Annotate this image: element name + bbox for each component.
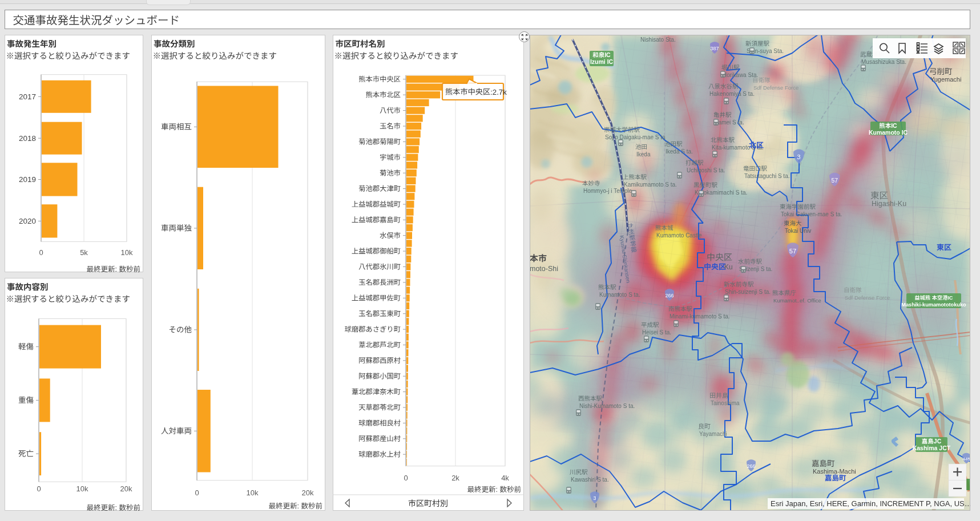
svg-text:Tokai Gakuen-mae S ta.: Tokai Gakuen-mae S ta. (781, 211, 842, 217)
svg-text:Ku: Ku (724, 263, 733, 271)
svg-text:Kumamoto S ta.: Kumamoto S ta. (599, 292, 640, 298)
svg-text:Hakenomiya S ta.: Hakenomiya S ta. (709, 91, 755, 97)
svg-text:Sdf Defense Force: Sdf Defense Force (753, 84, 798, 91)
svg-text:Uchigoshi S ta.: Uchigoshi S ta. (687, 167, 725, 173)
svg-text:Sdf Defense Force: Sdf Defense Force (845, 294, 890, 301)
svg-text:387: 387 (710, 46, 719, 51)
svg-text:Kashima JCT: Kashima JCT (913, 445, 951, 451)
svg-text:Kumamot..ef. Office: Kumamot..ef. Office (773, 297, 821, 304)
svg-text:Izumi IC: Izumi IC (590, 58, 614, 65)
svg-text:0: 0 (195, 488, 199, 497)
svg-text:266: 266 (665, 293, 674, 298)
svg-text:Kumamoto Castle: Kumamoto Castle (656, 232, 702, 239)
svg-text:57: 57 (789, 248, 797, 255)
svg-text:10k: 10k (121, 248, 133, 257)
svg-text::: : (297, 502, 299, 510)
svg-text:10k: 10k (247, 488, 259, 497)
svg-text:Shin-suizenji S ta.: Shin-suizenji S ta. (725, 289, 771, 295)
svg-text:Soj o Daigaku-mae S ta: Soj o Daigaku-mae S ta (605, 134, 666, 140)
svg-text:3: 3 (797, 154, 801, 160)
svg-text:Higashi-Ku: Higashi-Ku (872, 200, 906, 208)
svg-text:Tatsutaguchi S ta.: Tatsutaguchi S ta. (744, 173, 790, 179)
svg-text:266: 266 (747, 463, 755, 469)
svg-text:Minami-kumamoto S ta.: Minami-kumamoto S ta. (670, 313, 730, 320)
svg-text:Yugemachi: Yugemachi (930, 76, 961, 83)
svg-text:0: 0 (404, 474, 408, 482)
svg-text:Esri Japan, Esri, HERE, Garmin: Esri Japan, Esri, HERE, Garmin, INCREMEN… (771, 499, 970, 508)
svg-text:2k: 2k (451, 474, 459, 482)
svg-text:Mashiki-kumamototokuko: Mashiki-kumamototokuko (901, 302, 966, 308)
svg-text:Kumamoto IC: Kumamoto IC (869, 129, 908, 136)
svg-text:20k: 20k (120, 484, 132, 493)
svg-text:57: 57 (831, 177, 838, 184)
svg-text:0: 0 (39, 248, 43, 257)
svg-text:Musashizuka Sta.: Musashizuka Sta. (861, 59, 906, 65)
svg-text:2017: 2017 (19, 92, 36, 101)
svg-text:Horikawa Sta.: Horikawa Sta. (723, 72, 758, 78)
svg-text:Hommyo-j i Temple: Hommyo-j i Temple (583, 188, 632, 194)
svg-text:445: 445 (962, 457, 970, 462)
svg-text:2018: 2018 (19, 134, 36, 143)
svg-text:3: 3 (593, 495, 596, 501)
svg-text:IC: IC (604, 51, 611, 58)
svg-text:Kamikumamoto S ta.: Kamikumamoto S ta. (624, 181, 677, 188)
svg-text:2020: 2020 (19, 217, 36, 225)
svg-text:IC: IC (891, 122, 897, 129)
svg-text:moto-Shi: moto-Shi (530, 265, 558, 273)
svg-text:2019: 2019 (19, 175, 36, 184)
svg-text:Heisei S ta.: Heisei S ta. (642, 329, 671, 336)
svg-text:10k: 10k (76, 484, 88, 493)
svg-text:Tokai Univ: Tokai Univ (785, 228, 811, 234)
svg-text:5k: 5k (80, 248, 88, 257)
svg-text:Nishisato Sta.: Nishisato Sta. (640, 37, 676, 43)
svg-text:Kashima-Machi: Kashima-Machi (813, 468, 856, 475)
svg-text:Ikeda: Ikeda (636, 151, 651, 157)
svg-text:Kamei S ta.: Kamei S ta. (715, 119, 744, 126)
svg-text::2.7k: :2.7k (490, 88, 507, 96)
svg-text:0: 0 (37, 484, 41, 493)
svg-text:JC: JC (934, 438, 942, 445)
svg-text:Kawashiri S ta.: Kawashiri S ta. (571, 476, 609, 483)
svg-text:4k: 4k (501, 474, 509, 482)
svg-text::: : (115, 504, 117, 511)
svg-text:Tainoshima: Tainoshima (711, 400, 740, 406)
svg-text:Yayamachi: Yayamachi (699, 431, 727, 437)
svg-text::: : (496, 486, 498, 494)
svg-text:Nishi-Kumamoto S ta.: Nishi-Kumamoto S ta. (579, 403, 635, 409)
svg-text:20k: 20k (302, 488, 314, 497)
svg-text:Ikeda S ta.: Ikeda S ta. (666, 148, 693, 155)
svg-text::: : (115, 265, 117, 272)
svg-text:IC: IC (947, 295, 953, 301)
